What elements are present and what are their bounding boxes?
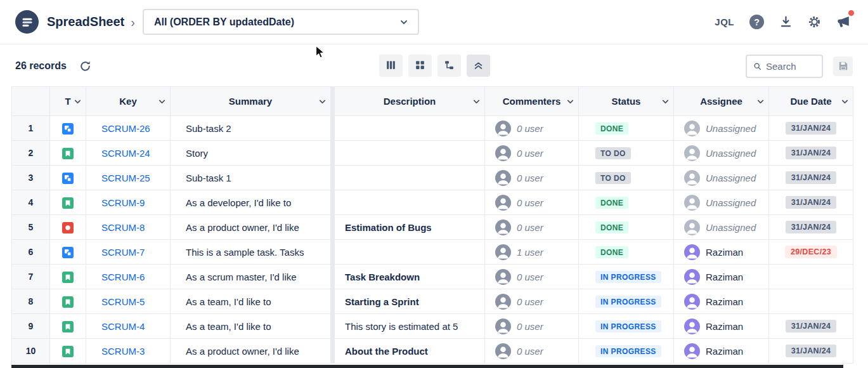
column-header-commenters[interactable]: Commenters: [485, 87, 579, 116]
assignee-cell[interactable]: Raziman: [674, 265, 769, 289]
issue-type-cell[interactable]: [50, 265, 86, 289]
summary-cell[interactable]: Sub-task 1: [171, 166, 333, 190]
issue-type-cell[interactable]: [50, 240, 86, 265]
description-cell[interactable]: Estimation of Bugs: [333, 215, 485, 240]
commenters-cell[interactable]: 0 user: [485, 215, 579, 240]
issue-type-cell[interactable]: [50, 166, 86, 190]
search-input[interactable]: [766, 61, 817, 72]
issue-key-cell[interactable]: SCRUM-8: [86, 215, 171, 240]
due-date-cell[interactable]: 31/JAN/24: [769, 215, 853, 240]
issue-key-link[interactable]: SCRUM-7: [101, 247, 145, 258]
issue-key-link[interactable]: SCRUM-4: [101, 321, 145, 332]
description-cell[interactable]: About the Product: [333, 339, 485, 364]
search-box[interactable]: [746, 55, 823, 78]
issue-key-cell[interactable]: SCRUM-25: [86, 166, 171, 190]
issue-key-link[interactable]: SCRUM-3: [101, 346, 145, 357]
assignee-cell[interactable]: Unassigned: [674, 215, 769, 240]
issue-key-cell[interactable]: SCRUM-4: [86, 314, 171, 339]
issue-key-link[interactable]: SCRUM-24: [101, 148, 150, 159]
issue-type-cell[interactable]: [50, 116, 86, 141]
assignee-cell[interactable]: Raziman: [674, 339, 769, 364]
assignee-cell[interactable]: Unassigned: [674, 190, 769, 215]
due-date-cell[interactable]: [769, 265, 853, 289]
row-number[interactable]: 4: [12, 190, 50, 215]
save-button[interactable]: [833, 56, 853, 76]
column-menu-chevron-icon[interactable]: [472, 96, 481, 106]
due-date-cell[interactable]: [769, 289, 853, 314]
issue-type-cell[interactable]: [50, 314, 86, 339]
description-cell[interactable]: [333, 141, 485, 166]
description-cell[interactable]: [333, 116, 485, 141]
issue-key-link[interactable]: SCRUM-5: [101, 296, 145, 307]
description-cell[interactable]: [333, 190, 485, 215]
row-number[interactable]: 2: [12, 141, 50, 166]
summary-cell[interactable]: As a scrum master, I'd like: [171, 265, 333, 289]
column-menu-chevron-icon[interactable]: [756, 96, 765, 106]
column-header-key[interactable]: Key: [86, 87, 171, 116]
column-header-assignee[interactable]: Assignee: [674, 87, 769, 116]
summary-cell[interactable]: This is a sample task. Tasks: [171, 240, 333, 265]
due-date-cell[interactable]: 31/JAN/24: [769, 314, 853, 339]
commenters-cell[interactable]: 0 user: [485, 116, 579, 141]
column-header-t[interactable]: T: [50, 87, 86, 116]
summary-cell[interactable]: As a developer, I'd like to: [171, 190, 333, 215]
assignee-cell[interactable]: Raziman: [674, 289, 769, 314]
filter-dropdown[interactable]: All (ORDER BY updatedDate): [143, 9, 419, 35]
summary-cell[interactable]: As a team, I'd like to: [171, 314, 333, 339]
issue-type-cell[interactable]: [50, 141, 86, 166]
cards-view-button[interactable]: [408, 55, 432, 77]
issue-key-link[interactable]: SCRUM-9: [101, 197, 145, 208]
row-number[interactable]: 7: [12, 265, 50, 289]
summary-cell[interactable]: Story: [171, 141, 333, 166]
assignee-cell[interactable]: Unassigned: [674, 141, 769, 166]
commenters-cell[interactable]: 0 user: [485, 166, 579, 190]
column-menu-chevron-icon[interactable]: [566, 96, 575, 106]
issue-key-cell[interactable]: SCRUM-7: [86, 240, 171, 265]
column-header-summary[interactable]: Summary: [171, 87, 333, 116]
issue-key-cell[interactable]: SCRUM-5: [86, 289, 171, 314]
status-cell[interactable]: DONE: [579, 116, 674, 141]
jql-button[interactable]: JQL: [715, 16, 734, 27]
row-number[interactable]: 8: [12, 289, 50, 314]
column-header-description[interactable]: Description: [333, 87, 485, 116]
commenters-cell[interactable]: 0 user: [485, 265, 579, 289]
columns-view-button[interactable]: [379, 55, 403, 77]
issue-type-cell[interactable]: [50, 289, 86, 314]
status-cell[interactable]: IN PROGRESS: [579, 289, 674, 314]
issue-key-cell[interactable]: SCRUM-3: [86, 339, 171, 364]
issue-type-cell[interactable]: [50, 190, 86, 215]
issue-key-link[interactable]: SCRUM-8: [101, 222, 145, 233]
horizontal-scrollbar[interactable]: [11, 365, 843, 368]
column-header-due-date[interactable]: Due Date: [769, 87, 853, 116]
status-cell[interactable]: DONE: [579, 240, 674, 265]
row-number[interactable]: 6: [12, 240, 50, 265]
due-date-cell[interactable]: 31/JAN/24: [769, 116, 853, 141]
row-number[interactable]: 1: [12, 116, 50, 141]
issue-type-cell[interactable]: [50, 215, 86, 240]
description-cell[interactable]: Task Breakdown: [333, 265, 485, 289]
column-menu-chevron-icon[interactable]: [157, 96, 167, 106]
row-number[interactable]: 10: [12, 339, 50, 364]
issue-key-cell[interactable]: SCRUM-26: [86, 116, 171, 141]
assignee-cell[interactable]: Raziman: [674, 314, 769, 339]
status-cell[interactable]: IN PROGRESS: [579, 339, 674, 364]
gear-icon[interactable]: [808, 15, 821, 29]
issue-key-cell[interactable]: SCRUM-9: [86, 190, 171, 215]
collapse-all-view-button[interactable]: [467, 55, 490, 77]
row-number[interactable]: 5: [12, 215, 50, 240]
summary-cell[interactable]: As a team, I'd like to: [171, 289, 333, 314]
column-menu-chevron-icon[interactable]: [661, 96, 670, 106]
description-cell[interactable]: This story is estimated at 5: [333, 314, 485, 339]
issue-type-cell[interactable]: [50, 339, 86, 364]
status-cell[interactable]: IN PROGRESS: [579, 265, 674, 289]
due-date-cell[interactable]: 31/JAN/24: [769, 166, 853, 190]
due-date-cell[interactable]: 31/JAN/24: [769, 190, 853, 215]
column-header-rownum[interactable]: [12, 87, 50, 116]
description-cell[interactable]: [333, 166, 485, 190]
due-date-cell[interactable]: 31/JAN/24: [769, 141, 853, 166]
status-cell[interactable]: IN PROGRESS: [579, 314, 674, 339]
commenters-cell[interactable]: 0 user: [485, 314, 579, 339]
status-cell[interactable]: TO DO: [579, 166, 674, 190]
column-header-status[interactable]: Status: [579, 87, 674, 116]
summary-cell[interactable]: Sub-task 2: [171, 116, 333, 141]
